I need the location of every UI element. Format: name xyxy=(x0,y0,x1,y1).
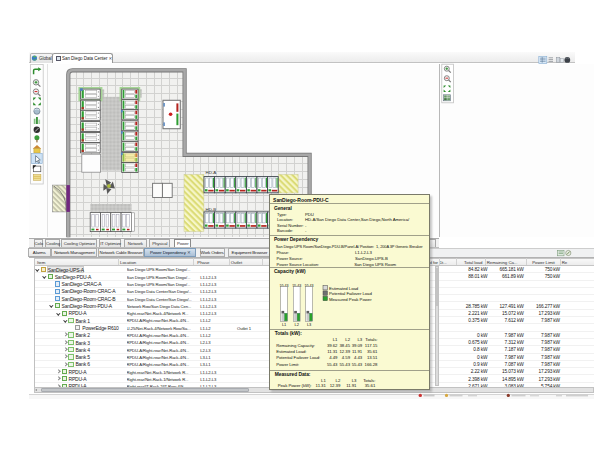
svg-text:HD-A: HD-A xyxy=(206,170,217,175)
